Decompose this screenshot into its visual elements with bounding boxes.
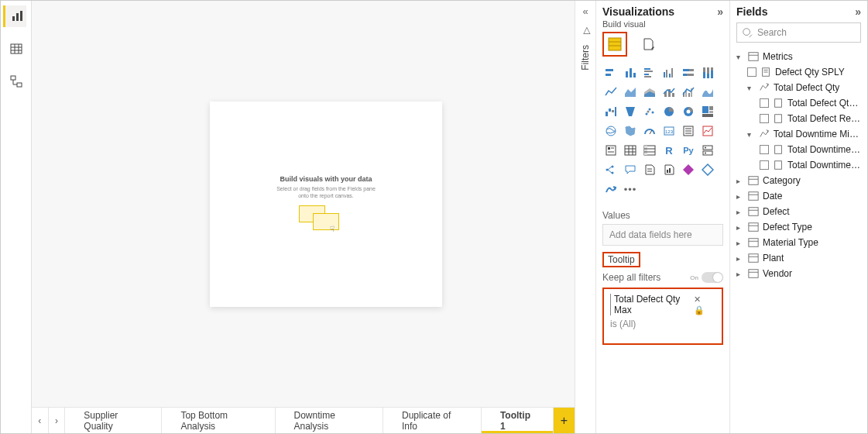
viz-gauge[interactable]	[641, 122, 658, 140]
build-visual-button[interactable]	[602, 32, 627, 57]
tab-downtime-analysis[interactable]: Downtime Analysis	[276, 408, 383, 433]
report-page[interactable]: Build visuals with your data Select or d…	[210, 102, 442, 307]
hierarchy-icon	[759, 82, 770, 93]
field-group-total-defect-qty[interactable]: Total Defect Qty	[736, 80, 861, 95]
chevron-right-icon	[736, 223, 744, 232]
viz-pie[interactable]	[660, 103, 678, 120]
viz-qa[interactable]	[622, 161, 639, 178]
table-defect[interactable]: Defect	[736, 204, 861, 219]
tab-tooltip-1[interactable]: Tooltip 1	[482, 408, 554, 433]
field-total-downtime-a[interactable]: Total Downtime ...	[736, 142, 861, 157]
viz-line-clustered-column[interactable]	[680, 84, 697, 101]
svg-rect-58	[702, 106, 708, 113]
model-view-button[interactable]	[5, 71, 28, 92]
svg-line-92	[608, 170, 612, 173]
viz-stacked-area[interactable]	[641, 84, 658, 101]
checkbox[interactable]	[760, 98, 769, 108]
viz-python[interactable]: Py	[680, 142, 697, 159]
fields-search[interactable]: Search	[736, 22, 861, 43]
field-defect-qty-sply[interactable]: Defect Qty SPLY	[736, 64, 861, 80]
viz-table[interactable]	[622, 142, 639, 159]
viz-map[interactable]	[602, 122, 619, 140]
canvas-zone[interactable]: Build visuals with your data Select or d…	[32, 1, 575, 407]
viz-power-apps[interactable]	[680, 161, 697, 178]
viz-stacked-column[interactable]	[622, 64, 639, 81]
keep-filters-toggle[interactable]	[702, 272, 723, 283]
checkbox[interactable]	[760, 114, 769, 123]
svg-rect-72	[608, 147, 610, 150]
collapse-fields-icon[interactable]: »	[855, 5, 861, 18]
tab-top-bottom-analysis[interactable]: Top Bottom Analysis	[162, 408, 275, 433]
tabs-next[interactable]: ›	[49, 408, 66, 433]
svg-rect-49	[615, 107, 616, 116]
viz-smart-narrative[interactable]	[641, 161, 658, 178]
viz-funnel[interactable]	[622, 103, 639, 120]
remove-filter-icon[interactable]: ✕	[694, 294, 701, 304]
table-vendor[interactable]: Vendor	[736, 266, 861, 281]
viz-area[interactable]	[622, 84, 639, 101]
checkbox[interactable]	[760, 160, 769, 170]
field-total-downtime-b[interactable]: Total Downtime ...	[736, 157, 861, 173]
viz-decomposition-tree[interactable]	[602, 161, 619, 178]
svg-rect-116	[749, 223, 758, 232]
viz-key-influencers[interactable]	[699, 142, 716, 159]
viz-ribbon[interactable]	[699, 84, 716, 101]
filters-pane-icon: ▷	[580, 27, 591, 34]
viz-card[interactable]: 123	[660, 122, 678, 140]
svg-rect-48	[612, 110, 614, 112]
values-drop-zone[interactable]: Add data fields here	[602, 224, 723, 246]
viz-multi-row-card[interactable]	[680, 122, 697, 140]
table-plant[interactable]: Plant	[736, 250, 861, 266]
viz-donut[interactable]	[680, 103, 697, 120]
table-defect-type[interactable]: Defect Type	[736, 219, 861, 235]
tab-supplier-quality[interactable]: Supplier Quality	[65, 408, 162, 433]
field-total-defect-rep[interactable]: Total Defect Rep...	[736, 111, 861, 126]
collapse-viz-icon[interactable]: »	[717, 5, 723, 18]
svg-rect-46	[606, 112, 608, 116]
viz-treemap[interactable]	[699, 103, 716, 120]
table-category[interactable]: Category	[736, 173, 861, 188]
viz-stacked-bar[interactable]	[602, 64, 619, 81]
viz-slicer[interactable]	[602, 142, 619, 159]
viz-matrix[interactable]	[641, 142, 658, 159]
viz-power-automate[interactable]	[699, 161, 716, 178]
viz-arcgis[interactable]	[602, 181, 619, 198]
tabs-prev[interactable]: ‹	[32, 408, 49, 433]
viz-line-stacked-column[interactable]	[660, 84, 678, 101]
table-metrics[interactable]: Metrics	[736, 49, 861, 64]
checkbox[interactable]	[760, 145, 769, 154]
svg-point-57	[687, 110, 691, 114]
format-visual-button[interactable]	[636, 32, 661, 57]
expand-filters-icon[interactable]: «	[582, 5, 588, 17]
data-view-button[interactable]	[5, 38, 28, 60]
table-material-type[interactable]: Material Type	[736, 235, 861, 250]
add-page-button[interactable]: +	[554, 408, 575, 433]
svg-rect-27	[689, 69, 694, 71]
filters-label: Filters	[580, 45, 591, 71]
search-icon	[742, 27, 753, 38]
viz-line[interactable]	[602, 84, 619, 101]
viz-100-stacked-column[interactable]	[699, 64, 716, 81]
viz-paginated-report[interactable]	[660, 161, 678, 178]
field-total-defect-qty-a[interactable]: Total Defect Qty ...	[736, 95, 861, 111]
tab-duplicate-of-info[interactable]: Duplicate of Info	[383, 408, 482, 433]
field-group-total-downtime-min[interactable]: Total Downtime Min...	[736, 126, 861, 142]
table-label: Defect Type	[763, 222, 812, 232]
viz-kpi[interactable]	[699, 122, 716, 140]
viz-100-stacked-bar[interactable]	[680, 64, 697, 81]
chevron-down-icon	[736, 53, 744, 61]
viz-filled-map[interactable]	[622, 122, 639, 140]
viz-more[interactable]: •••	[622, 181, 639, 198]
viz-scatter[interactable]	[641, 103, 658, 120]
table-date[interactable]: Date	[736, 188, 861, 204]
report-view-button[interactable]	[3, 5, 26, 27]
svg-point-53	[652, 112, 654, 114]
viz-clustered-bar[interactable]	[641, 64, 658, 81]
viz-clustered-column[interactable]	[660, 64, 678, 81]
viz-r-script[interactable]: R	[660, 142, 678, 159]
filters-collapsed-pane[interactable]: « ▷ Filters	[575, 1, 596, 433]
checkbox[interactable]	[747, 67, 756, 77]
lock-filter-icon[interactable]: 🔒	[694, 305, 705, 315]
tooltip-filter-card[interactable]: Total Defect Qty Max ✕ 🔒 is (All)	[602, 288, 723, 345]
viz-waterfall[interactable]	[602, 103, 619, 120]
